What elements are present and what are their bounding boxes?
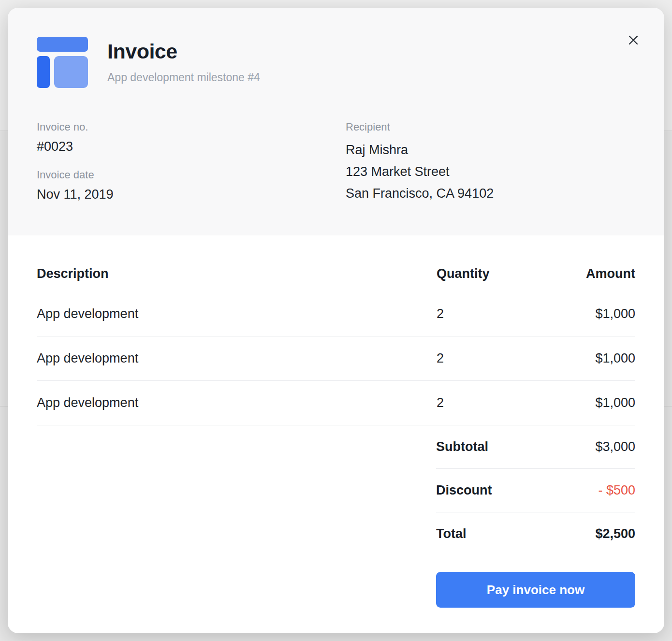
total-value: $2,500 [595, 526, 635, 541]
close-button[interactable] [622, 29, 645, 52]
logo-top-bar [37, 37, 88, 52]
header-quantity: Quantity [437, 266, 560, 281]
invoice-date-value: Nov 11, 2019 [37, 187, 346, 202]
row-quantity: 2 [437, 351, 560, 366]
invoice-details: Invoice no. #0023 Invoice date Nov 11, 2… [37, 121, 635, 204]
recipient-column: Recipient Raj Mishra 123 Market Street S… [346, 121, 635, 204]
logo-right-block [54, 56, 88, 88]
invoice-date-group: Invoice date Nov 11, 2019 [37, 169, 346, 202]
totals-section: Subtotal $3,000 Discount - $500 Total $2… [436, 425, 635, 555]
pay-invoice-button[interactable]: Pay invoice now [436, 572, 635, 608]
total-label: Total [436, 526, 467, 541]
discount-label: Discount [436, 483, 492, 498]
header-top: Invoice App development milestone #4 [37, 37, 635, 88]
modal-subtitle: App development milestone #4 [107, 71, 260, 84]
invoice-logo-icon [37, 37, 88, 88]
invoice-body: Description Quantity Amount App developm… [8, 235, 664, 633]
logo-bottom-row [37, 56, 88, 88]
subtotal-value: $3,000 [595, 439, 635, 454]
invoice-meta-column: Invoice no. #0023 Invoice date Nov 11, 2… [37, 121, 346, 204]
row-description: App development [37, 395, 437, 410]
modal-title: Invoice [107, 40, 260, 63]
invoice-number-label: Invoice no. [37, 121, 346, 133]
total-row: Total $2,500 [436, 512, 635, 555]
row-quantity: 2 [437, 395, 560, 410]
table-header-row: Description Quantity Amount [37, 235, 635, 292]
discount-row: Discount - $500 [436, 469, 635, 512]
recipient-address-line2: San Francisco, CA 94102 [346, 183, 635, 204]
invoice-date-label: Invoice date [37, 169, 346, 181]
row-description: App development [37, 306, 437, 321]
header-amount: Amount [560, 266, 635, 281]
subtotal-label: Subtotal [436, 439, 488, 454]
table-row: App development 2 $1,000 [37, 381, 635, 425]
invoice-number-group: Invoice no. #0023 [37, 121, 346, 154]
row-quantity: 2 [437, 306, 560, 321]
header-description: Description [37, 266, 437, 281]
recipient-name: Raj Mishra [346, 139, 635, 161]
invoice-number-value: #0023 [37, 139, 346, 154]
title-block: Invoice App development milestone #4 [107, 37, 260, 84]
close-icon [626, 33, 641, 49]
row-amount: $1,000 [560, 306, 635, 321]
row-amount: $1,000 [560, 395, 635, 410]
discount-value: - $500 [598, 483, 635, 498]
logo-left-bar [37, 56, 50, 88]
table-row: App development 2 $1,000 [37, 292, 635, 336]
recipient-address-line1: 123 Market Street [346, 161, 635, 183]
subtotal-row: Subtotal $3,000 [436, 425, 635, 469]
invoice-header: Invoice App development milestone #4 Inv… [8, 8, 664, 235]
recipient-label: Recipient [346, 121, 635, 133]
row-description: App development [37, 351, 437, 366]
table-row: App development 2 $1,000 [37, 336, 635, 381]
row-amount: $1,000 [560, 351, 635, 366]
invoice-modal: Invoice App development milestone #4 Inv… [8, 8, 664, 633]
